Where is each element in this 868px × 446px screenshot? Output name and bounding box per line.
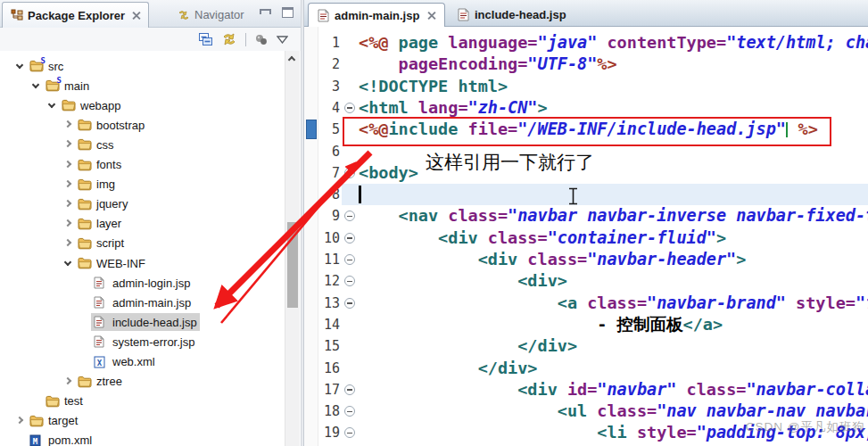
- fold-collapse-icon[interactable]: [344, 103, 355, 113]
- fold-collapse-icon[interactable]: [344, 168, 355, 178]
- chevron-down-icon[interactable]: [14, 60, 27, 72]
- tree-item-pom-xml[interactable]: Mpom.xml: [0, 431, 284, 446]
- line-number: 15: [318, 335, 342, 357]
- tree-item-ztree[interactable]: ztree: [0, 372, 284, 392]
- fold-collapse-icon[interactable]: [344, 233, 355, 244]
- tree-item-body: css: [75, 136, 117, 153]
- chevron-right-icon[interactable]: [62, 376, 75, 388]
- line-number: 2: [318, 54, 342, 75]
- chevron-right-icon[interactable]: [62, 237, 75, 250]
- tree-item-label: include-head.jsp: [112, 316, 197, 329]
- maximize-icon[interactable]: [282, 7, 293, 18]
- tab-navigator[interactable]: Navigator: [169, 2, 252, 28]
- tree-item-script[interactable]: script: [0, 234, 284, 253]
- tree-item-jquery[interactable]: jquery: [0, 194, 284, 214]
- code-editor[interactable]: 12345678910111213141516171819 <%@ page l…: [304, 27, 868, 446]
- package-explorer-icon: [11, 9, 23, 21]
- view-dropdown-icon[interactable]: [277, 36, 288, 44]
- jsp-file-icon: [458, 8, 469, 21]
- jsp-file-icon: [94, 315, 110, 329]
- tree-item-include-head-jsp[interactable]: include-head.jsp: [0, 312, 284, 332]
- code-line-4: <html lang="zh-CN">: [359, 97, 548, 119]
- fold-collapse-icon[interactable]: [344, 276, 355, 286]
- tree-item-webapp[interactable]: webapp: [0, 95, 284, 115]
- code-line-7: <body>: [359, 162, 418, 184]
- line-number: 7: [318, 162, 342, 184]
- tree-item-src[interactable]: Ssrc: [0, 56, 284, 76]
- chevron-right-icon[interactable]: [62, 159, 75, 171]
- chevron-right-icon[interactable]: [62, 138, 75, 151]
- fold-collapse-icon[interactable]: [344, 384, 355, 395]
- tree-item-target[interactable]: target: [0, 411, 284, 431]
- chevron-down-icon[interactable]: [46, 99, 59, 112]
- tree-item-system-error-jsp[interactable]: system-error.jsp: [0, 332, 284, 351]
- tree-item-img[interactable]: img: [0, 175, 284, 194]
- code-line-10: <div class="container-fluid">: [359, 227, 726, 249]
- line-number: 1: [318, 32, 342, 54]
- scrollbar-thumb[interactable]: [287, 222, 298, 308]
- fold-collapse-icon[interactable]: [344, 298, 355, 309]
- watermark: CSDN @平凡如班狗: [746, 419, 865, 435]
- tree-item-label: system-error.jsp: [112, 335, 194, 349]
- tab-label: admin-main.jsp: [335, 9, 419, 22]
- tree-item-main[interactable]: Smain: [0, 76, 284, 95]
- chevron-right-icon[interactable]: [62, 198, 75, 211]
- tree-item-admin-main-jsp[interactable]: admin-main.jsp: [0, 293, 284, 312]
- tree-item-admin-login-jsp[interactable]: admin-login.jsp: [0, 273, 284, 293]
- tree-item-label: WEB-INF: [96, 257, 145, 270]
- project-tree: SsrcSmainwebappbootstrapcssfontsimgjquer…: [0, 51, 284, 446]
- tree-item-label: ztree: [96, 375, 122, 388]
- fold-collapse-icon[interactable]: [344, 254, 355, 265]
- tree-item-web-xml[interactable]: Xweb.xml: [0, 352, 284, 372]
- tree-item-label: pom.xml: [48, 434, 92, 446]
- folder-icon: [62, 98, 78, 112]
- collapse-all-icon[interactable]: [198, 32, 213, 46]
- view-toolbar: [0, 28, 301, 51]
- scroll-up-icon[interactable]: [285, 53, 300, 65]
- tree-scrollbar[interactable]: [285, 51, 300, 446]
- view-menu-icon[interactable]: [254, 33, 269, 46]
- chevron-spacer: [79, 296, 91, 309]
- chevron-right-icon[interactable]: [62, 178, 75, 191]
- tree-item-body: Ssrc: [27, 57, 66, 75]
- link-with-editor-icon[interactable]: [221, 32, 237, 46]
- tree-item-bootstrap[interactable]: bootstrap: [0, 115, 284, 135]
- tab-package-explorer[interactable]: Package Explorer: [2, 2, 149, 28]
- code-line-13: <a class="navbar-brand" style="font-size…: [359, 293, 868, 314]
- line-number: 3: [318, 76, 342, 97]
- code-line-11: <div class="navbar-header">: [359, 249, 746, 270]
- line-number: 18: [318, 401, 342, 422]
- close-icon[interactable]: [132, 12, 140, 20]
- toolbar-separator: [245, 33, 246, 46]
- code-line-5: <%@include file="/WEB-INF/include-head.j…: [359, 119, 818, 140]
- tab-include-head-jsp[interactable]: include-head.jsp: [449, 3, 575, 27]
- chevron-spacer: [79, 335, 91, 348]
- fold-collapse-icon[interactable]: [344, 211, 355, 221]
- tree-item-layer[interactable]: layer: [0, 214, 284, 234]
- tab-admin-main-jsp[interactable]: admin-main.jsp: [308, 3, 445, 27]
- tree-item-web-inf[interactable]: WEB-INF: [0, 253, 284, 273]
- fold-collapse-icon[interactable]: [344, 427, 355, 438]
- tree-item-css[interactable]: css: [0, 135, 284, 154]
- tree-item-test[interactable]: test: [0, 392, 284, 411]
- chevron-right-icon[interactable]: [62, 218, 75, 230]
- close-icon[interactable]: [427, 12, 435, 20]
- tree-item-fonts[interactable]: fonts: [0, 155, 284, 175]
- source-folder-icon: S: [29, 59, 45, 73]
- chevron-right-icon[interactable]: [62, 119, 75, 131]
- folder-icon: [78, 217, 94, 231]
- xml-file-icon: X: [94, 355, 110, 369]
- code-line-15: </div>: [359, 335, 577, 357]
- source-folder-icon: S: [45, 78, 62, 93]
- chevron-down-icon[interactable]: [30, 79, 43, 92]
- tree-item-label: admin-login.jsp: [112, 277, 190, 290]
- navigator-icon: [178, 9, 190, 21]
- minimize-icon[interactable]: [260, 9, 271, 14]
- chevron-down-icon[interactable]: [62, 257, 75, 269]
- tree-item-label: script: [96, 236, 124, 250]
- line-number: 4: [318, 97, 342, 119]
- chevron-right-icon[interactable]: [14, 415, 27, 427]
- tree-item-body: img: [75, 176, 118, 194]
- jsp-file-icon: [318, 9, 329, 22]
- fold-collapse-icon[interactable]: [344, 406, 355, 417]
